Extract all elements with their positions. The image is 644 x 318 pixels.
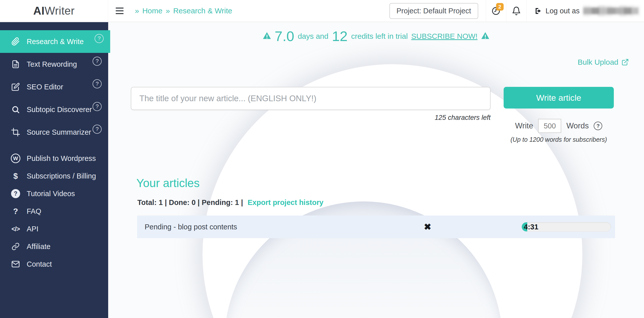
sidebar-item-label: Research & Write xyxy=(27,38,84,46)
warning-icon xyxy=(263,31,271,41)
main-content: 7.0 days and 12 credits left in trial SU… xyxy=(108,22,644,318)
sidebar-item-source-summarizer[interactable]: Source Summarizer ? xyxy=(0,121,108,144)
link-icon xyxy=(10,242,22,251)
code-icon: </> xyxy=(10,225,22,233)
sidebar-item-api[interactable]: </> API xyxy=(0,220,108,238)
sidebar-item-label: API xyxy=(27,225,38,233)
trial-banner: 7.0 days and 12 credits left in trial SU… xyxy=(108,29,644,43)
sidebar-item-affiliate[interactable]: Affiliate xyxy=(0,238,108,255)
sidebar-item-label: FAQ xyxy=(27,207,41,216)
sign-out-icon xyxy=(534,7,542,15)
sidebar-secondary-nav: W Publish to Wordpress $ Subscriptions /… xyxy=(0,144,108,273)
cancel-article-icon[interactable]: ✖ xyxy=(424,222,431,232)
paperclip-icon xyxy=(10,37,22,46)
envelope-icon xyxy=(10,260,22,268)
question-circle-icon: ? xyxy=(10,189,22,198)
logout-label: Log out as xyxy=(546,7,580,15)
trial-credits: 12 xyxy=(332,29,347,43)
bulk-upload-label: Bulk Upload xyxy=(578,58,618,66)
article-progress-bar: 4:31 xyxy=(521,222,611,232)
sidebar-item-label: SEO Editor xyxy=(27,83,63,91)
articles-summary-text: Total: 1 | Done: 0 | Pending: 1 | xyxy=(137,198,243,206)
logo-rest: Writer xyxy=(45,5,75,17)
external-link-icon xyxy=(621,58,629,66)
sidebar-item-seo-editor[interactable]: SEO Editor ? xyxy=(0,76,108,98)
sidebar-item-label: Subscriptions / Billing xyxy=(27,172,96,180)
sidebar-item-label: Publish to Wordpress xyxy=(27,154,96,163)
breadcrumb-home[interactable]: Home xyxy=(142,7,163,15)
search-icon xyxy=(10,105,22,114)
words-label: Words xyxy=(566,121,589,130)
trial-days-text: days and xyxy=(298,32,329,41)
sidebar: Research & Write ? Text Rewording ? SEO … xyxy=(0,22,108,318)
write-label: Write xyxy=(515,121,533,130)
sidebar-item-text-rewording[interactable]: Text Rewording ? xyxy=(0,53,108,76)
write-article-button[interactable]: Write article xyxy=(504,87,614,109)
word-count-row: Write Words ? xyxy=(504,119,614,133)
breadcrumb-current[interactable]: Research & Write xyxy=(173,7,232,15)
sidebar-item-label: Contact xyxy=(27,260,52,268)
bell-icon xyxy=(512,6,521,16)
redacted-username xyxy=(583,5,640,16)
app-logo: AIWriter xyxy=(33,5,75,17)
trial-credits-text: credits left in trial xyxy=(351,32,408,41)
article-title-input[interactable] xyxy=(131,87,491,110)
word-count-input[interactable] xyxy=(538,119,561,133)
export-project-history-link[interactable]: Export project history xyxy=(248,198,323,206)
characters-left-label: 125 characters left xyxy=(131,114,491,122)
history-badge: 2 xyxy=(496,3,504,11)
sidebar-item-subscriptions-billing[interactable]: $ Subscriptions / Billing xyxy=(0,167,108,185)
progress-timer: 4:31 xyxy=(524,223,538,231)
trial-days: 7.0 xyxy=(275,29,294,43)
subscribe-now-link[interactable]: SUBSCRIBE NOW! xyxy=(411,32,477,41)
your-articles-heading: Your articles xyxy=(136,176,199,190)
logo-area: AIWriter xyxy=(0,0,108,22)
menu-toggle-icon[interactable] xyxy=(108,0,131,22)
breadcrumb-separator: » xyxy=(166,7,170,15)
top-bar: AIWriter » Home » Research & Write Proje… xyxy=(0,0,644,22)
notifications-button[interactable] xyxy=(506,0,527,22)
wordpress-icon: W xyxy=(10,154,22,163)
crop-icon xyxy=(10,128,22,136)
sidebar-item-label: Text Rewording xyxy=(27,60,77,68)
breadcrumb: » Home » Research & Write xyxy=(135,7,232,15)
header-actions: Project: Default Project 2 Log out as xyxy=(389,0,644,22)
question-icon: ? xyxy=(10,207,22,216)
project-selector-button[interactable]: Project: Default Project xyxy=(389,3,478,19)
logo-bold: AI xyxy=(33,5,45,17)
sidebar-item-subtopic-discoverer[interactable]: Subtopic Discoverer ? xyxy=(0,98,108,121)
help-icon[interactable]: ? xyxy=(93,125,102,134)
edit-icon xyxy=(10,83,22,91)
warning-icon xyxy=(481,31,490,41)
article-row-pending: Pending - blog post contents ✖ 4:31 xyxy=(137,216,615,238)
sidebar-item-faq[interactable]: ? FAQ xyxy=(0,202,108,220)
sidebar-primary-nav: Research & Write ? Text Rewording ? SEO … xyxy=(0,22,108,144)
sidebar-item-tutorial-videos[interactable]: ? Tutorial Videos xyxy=(0,185,108,202)
help-icon[interactable]: ? xyxy=(93,102,102,111)
sidebar-item-label: Source Summarizer xyxy=(27,128,91,136)
logout-button[interactable]: Log out as xyxy=(527,0,644,22)
sidebar-item-label: Affiliate xyxy=(27,242,51,251)
words-help-icon[interactable]: ? xyxy=(594,122,602,130)
article-title: Pending - blog post contents xyxy=(145,223,237,231)
sidebar-item-publish-wordpress[interactable]: W Publish to Wordpress xyxy=(0,150,108,167)
sidebar-item-research-write[interactable]: Research & Write ? xyxy=(0,30,110,53)
sidebar-item-label: Subtopic Discoverer xyxy=(27,105,92,114)
bulk-upload-link[interactable]: Bulk Upload xyxy=(578,58,629,66)
help-icon[interactable]: ? xyxy=(93,79,102,88)
dollar-icon: $ xyxy=(10,171,22,181)
help-icon[interactable]: ? xyxy=(95,34,104,43)
subscriber-note: (Up to 1200 words for subscribers) xyxy=(504,136,614,143)
sidebar-item-label: Tutorial Videos xyxy=(27,190,75,198)
sidebar-item-contact[interactable]: Contact xyxy=(0,255,108,273)
history-button[interactable]: 2 xyxy=(486,0,506,22)
breadcrumb-separator: » xyxy=(135,7,139,15)
help-icon[interactable]: ? xyxy=(93,57,102,66)
document-icon xyxy=(10,60,22,68)
articles-summary: Total: 1 | Done: 0 | Pending: 1 | Export… xyxy=(137,198,324,207)
